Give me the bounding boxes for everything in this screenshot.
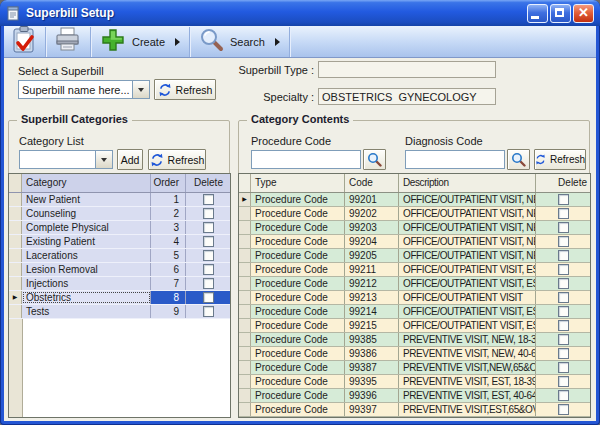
row-header[interactable] (239, 389, 251, 402)
type-cell[interactable]: Procedure Code (251, 375, 345, 388)
dropdown-button[interactable] (132, 81, 149, 98)
row-header[interactable] (9, 305, 22, 318)
code-cell[interactable]: 99202 (345, 207, 399, 220)
category-cell[interactable]: Obstetrics (22, 291, 151, 304)
description-cell[interactable]: OFFICE/OUTPATIENT VISIT, EST (399, 263, 536, 276)
order-cell[interactable]: 8 (151, 291, 186, 304)
code-cell[interactable]: 99212 (345, 277, 399, 290)
content-row[interactable]: Procedure Code99214OFFICE/OUTPATIENT VIS… (239, 305, 590, 319)
order-cell[interactable]: 5 (151, 249, 186, 262)
code-cell[interactable]: 99214 (345, 305, 399, 318)
close-button[interactable]: ✕ (573, 4, 594, 23)
delete-checkbox[interactable] (558, 306, 569, 317)
delete-checkbox[interactable] (203, 306, 214, 317)
order-cell[interactable]: 2 (151, 207, 186, 220)
delete-checkbox[interactable] (203, 208, 214, 219)
delete-checkbox[interactable] (203, 236, 214, 247)
delete-checkbox[interactable] (558, 376, 569, 387)
print-button[interactable] (47, 26, 89, 58)
type-cell[interactable]: Procedure Code (251, 263, 345, 276)
delete-column-header[interactable]: Delete (536, 174, 591, 192)
row-header[interactable] (9, 249, 22, 262)
content-row[interactable]: Procedure Code99202OFFICE/OUTPATIENT VIS… (239, 207, 590, 221)
category-cell[interactable]: Complete Physical (22, 221, 151, 234)
type-cell[interactable]: Procedure Code (251, 319, 345, 332)
procedure-lookup-button[interactable] (363, 149, 386, 170)
content-row[interactable]: Procedure Code99213OFFICE/OUTPATIENT VIS… (239, 291, 590, 305)
row-header[interactable] (239, 207, 251, 220)
delete-checkbox[interactable] (558, 334, 569, 345)
diagnosis-lookup-button[interactable] (507, 149, 530, 170)
contents-refresh-button[interactable]: Refresh (534, 149, 586, 170)
row-header[interactable] (239, 333, 251, 346)
delete-checkbox[interactable] (558, 404, 569, 415)
category-row[interactable]: Tests9 (9, 305, 230, 319)
content-row[interactable]: Procedure Code99215OFFICE/OUTPATIENT VIS… (239, 319, 590, 333)
category-cell[interactable]: Lacerations (22, 249, 151, 262)
diagnosis-code-input[interactable] (405, 150, 505, 169)
superbill-type-field[interactable] (318, 61, 496, 78)
description-cell[interactable]: PREVENTIVE VISIT,EST,65&OVER (399, 403, 536, 416)
category-cell[interactable]: Injections (22, 277, 151, 290)
delete-checkbox[interactable] (203, 194, 214, 205)
code-cell[interactable]: 99387 (345, 361, 399, 374)
delete-checkbox[interactable] (558, 348, 569, 359)
type-cell[interactable]: Procedure Code (251, 361, 345, 374)
category-row[interactable]: ▶Obstetrics8 (9, 291, 230, 305)
category-cell[interactable]: Existing Patient (22, 235, 151, 248)
order-cell[interactable]: 4 (151, 235, 186, 248)
content-row[interactable]: Procedure Code99396PREVENTIVE VISIT, EST… (239, 389, 590, 403)
content-row[interactable]: Procedure Code99204OFFICE/OUTPATIENT VIS… (239, 235, 590, 249)
code-cell[interactable]: 99204 (345, 235, 399, 248)
delete-checkbox[interactable] (558, 194, 569, 205)
row-header[interactable] (239, 361, 251, 374)
type-cell[interactable]: Procedure Code (251, 277, 345, 290)
save-button[interactable] (4, 26, 44, 58)
description-cell[interactable]: PREVENTIVE VISIT, NEW, 40-64 (399, 347, 536, 360)
delete-checkbox[interactable] (558, 390, 569, 401)
category-cell[interactable]: Lesion Removal (22, 263, 151, 276)
order-cell[interactable]: 6 (151, 263, 186, 276)
row-header[interactable] (239, 277, 251, 290)
row-header[interactable] (239, 221, 251, 234)
superbill-refresh-button[interactable]: Refresh (154, 79, 216, 100)
code-cell[interactable]: 99203 (345, 221, 399, 234)
delete-column-header[interactable]: Delete (186, 174, 231, 192)
category-cell[interactable]: New Patient (22, 193, 151, 206)
specialty-field[interactable] (318, 88, 496, 105)
type-cell[interactable]: Procedure Code (251, 235, 345, 248)
content-row[interactable]: Procedure Code99211OFFICE/OUTPATIENT VIS… (239, 263, 590, 277)
category-row[interactable]: Injections7 (9, 277, 230, 291)
category-row[interactable]: Complete Physical3 (9, 221, 230, 235)
row-header[interactable] (239, 249, 251, 262)
code-cell[interactable]: 99397 (345, 403, 399, 416)
content-row[interactable]: Procedure Code99203OFFICE/OUTPATIENT VIS… (239, 221, 590, 235)
row-header[interactable] (239, 305, 251, 318)
maximize-button[interactable] (550, 4, 571, 23)
code-cell[interactable]: 99396 (345, 389, 399, 402)
order-cell[interactable]: 3 (151, 221, 186, 234)
description-cell[interactable]: OFFICE/OUTPATIENT VISIT, NEW (399, 235, 536, 248)
description-cell[interactable]: OFFICE/OUTPATIENT VISIT, EST (399, 319, 536, 332)
row-header[interactable]: ▶ (9, 291, 22, 304)
superbill-name-dropdown[interactable]: Superbill name here... (18, 80, 150, 99)
content-row[interactable]: ▶Procedure Code99201OFFICE/OUTPATIENT VI… (239, 193, 590, 207)
type-cell[interactable]: Procedure Code (251, 403, 345, 416)
delete-checkbox[interactable] (558, 278, 569, 289)
categories-refresh-button[interactable]: Refresh (148, 149, 206, 170)
content-row[interactable]: Procedure Code99212OFFICE/OUTPATIENT VIS… (239, 277, 590, 291)
category-row[interactable]: New Patient1 (9, 193, 230, 207)
row-header[interactable] (9, 193, 22, 206)
delete-checkbox[interactable] (203, 222, 214, 233)
row-header[interactable] (9, 221, 22, 234)
type-cell[interactable]: Procedure Code (251, 347, 345, 360)
type-cell[interactable]: Procedure Code (251, 389, 345, 402)
order-cell[interactable]: 1 (151, 193, 186, 206)
order-cell[interactable]: 7 (151, 277, 186, 290)
description-cell[interactable]: PREVENTIVE VISIT, NEW, 18-39 (399, 333, 536, 346)
delete-checkbox[interactable] (558, 208, 569, 219)
category-cell[interactable]: Tests (22, 305, 151, 318)
delete-checkbox[interactable] (558, 222, 569, 233)
description-cell[interactable]: OFFICE/OUTPATIENT VISIT, EST (399, 277, 536, 290)
code-column-header[interactable]: Code (345, 174, 399, 192)
